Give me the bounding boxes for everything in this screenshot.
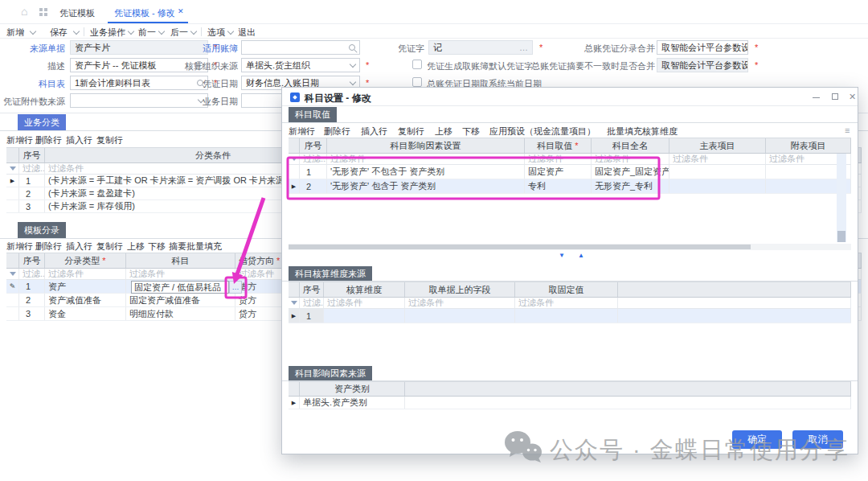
options-button[interactable]: 选项 <box>207 27 225 39</box>
dlg-move-up-button[interactable]: 上移 <box>435 125 452 138</box>
dim-filter-row[interactable]: 过滤... 过滤条件 过滤条件 过滤条件 <box>289 298 851 309</box>
minimize-icon[interactable] <box>813 92 821 100</box>
apply-book-label[interactable]: 适用账簿 <box>129 43 238 55</box>
vt-col-no[interactable]: 序号 <box>300 138 327 153</box>
dlg-batch-fill-dim-button[interactable]: 批量填充核算维度 <box>607 125 678 138</box>
filter-icon[interactable] <box>6 163 19 174</box>
tab-voucher-template[interactable]: 凭证模板 <box>59 7 95 19</box>
te-add-row-button[interactable]: 新增行 <box>6 240 33 253</box>
app-window: ⌂ 凭证模板 凭证模板 - 修改 ✕ 新增 保存 业务操作 前一 后一 选项 退… <box>0 0 868 481</box>
org-source-label: 核算组织来源 <box>129 60 238 72</box>
dlg-add-row-button[interactable]: 新增行 <box>289 125 315 138</box>
factor-row-1[interactable]: ▶ 单据头.资产类别 <box>289 397 851 409</box>
vt-col-fullname[interactable]: 科目全名 <box>592 138 669 153</box>
required-marker: * <box>366 60 369 70</box>
bc-add-row-button[interactable]: 新增行 <box>6 134 33 146</box>
chevron-down-icon <box>350 60 356 67</box>
collapse-up-icon[interactable]: ▲ <box>578 252 584 259</box>
bc-del-row-button[interactable]: 删除行 <box>35 134 62 146</box>
vt-hscrollbar[interactable] <box>289 244 851 250</box>
dim-col-field[interactable]: 取单据上的字段 <box>405 282 515 297</box>
divider <box>201 27 202 36</box>
dim-header-row: 序号 核算维度 取单据上的字段 取固定值 <box>289 282 851 298</box>
filter-icon[interactable] <box>6 269 19 279</box>
factor-header-row: 资产类别 <box>289 381 851 397</box>
dlg-move-down-button[interactable]: 下移 <box>462 125 480 138</box>
te-move-down-button[interactable]: 下移 <box>148 240 166 253</box>
bc-gutter <box>6 148 19 162</box>
business-op-button[interactable]: 业务操作 <box>90 27 125 39</box>
dim-col-no[interactable]: 序号 <box>300 282 324 297</box>
exit-button[interactable]: 退出 <box>238 27 256 39</box>
tab-close-icon[interactable]: ✕ <box>178 7 184 15</box>
row-marker-icon: ▶ <box>289 309 300 323</box>
vt-col-main[interactable]: 主表项目 <box>669 138 766 153</box>
bc-copy-row-button[interactable]: 复制行 <box>96 134 123 146</box>
merge-summary-select[interactable]: 取智能会计平台参数设置 <box>657 58 748 72</box>
vt-filter-row[interactable]: 过滤... 过滤条件 过滤条件 过滤条件 过滤条件 过滤条件 <box>289 154 851 165</box>
te-insert-row-button[interactable]: 插入行 <box>66 240 92 253</box>
required-marker: * <box>755 43 758 52</box>
vt-row-2[interactable]: ▶ 2 '无形资产' 包含于 资产类别 专利 无形资产_专利 <box>289 179 851 194</box>
dlg-insert-row-button[interactable]: 插入行 <box>361 125 387 138</box>
dialog-title: 科目设置 - 修改 <box>305 92 371 105</box>
vt-row-1[interactable]: 1 '无形资产' 不包含于 资产类别 固定资产 固定资产_固定资产 <box>289 165 851 179</box>
bc-col-no[interactable]: 序号 <box>19 148 45 162</box>
te-col-account[interactable]: 科目 <box>126 253 235 268</box>
collapse-down-icon[interactable]: ▼ <box>559 252 565 259</box>
sys-date-checkbox[interactable] <box>412 77 422 87</box>
menu-icon[interactable]: ≡ <box>845 125 850 135</box>
source-bill-label[interactable]: 来源单据 <box>0 43 65 55</box>
divider <box>84 27 84 36</box>
close-icon[interactable]: ✕ <box>849 92 856 102</box>
te-copy-row-button[interactable]: 复制行 <box>96 240 123 253</box>
org-source-select[interactable]: 单据头.货主组织 <box>241 58 360 72</box>
dim-col-dim[interactable]: 核算维度 <box>324 282 405 297</box>
tab-account-value[interactable]: 科目取值 <box>289 107 337 122</box>
vt-vscrollbar[interactable] <box>837 154 846 242</box>
bc-insert-row-button[interactable]: 插入行 <box>66 134 92 146</box>
factor-col-category[interactable]: 资产类别 <box>300 382 405 396</box>
description-label: 描述 <box>0 60 65 72</box>
grid-menu-icon[interactable] <box>39 8 43 11</box>
dlg-del-row-button[interactable]: 删除行 <box>324 125 350 138</box>
te-col-type[interactable]: 分录类型* <box>45 253 126 268</box>
row-marker-icon: ▶ <box>289 397 300 409</box>
dim-col-fixed[interactable]: 取固定值 <box>515 282 618 297</box>
home-icon[interactable]: ⌂ <box>21 5 27 18</box>
merge-entry-select[interactable]: 取智能会计平台参数设置 <box>657 40 748 55</box>
dialog-app-icon <box>290 92 300 102</box>
apply-book-field[interactable] <box>241 40 360 55</box>
required-marker: * <box>755 60 758 70</box>
te-del-row-button[interactable]: 删除行 <box>35 240 62 253</box>
tab-factor-source[interactable]: 科目影响因素来源 <box>289 366 372 380</box>
save-button[interactable]: 保存 <box>50 27 68 39</box>
default-word-checkbox[interactable] <box>412 60 422 69</box>
vt-col-factor[interactable]: 科目影响因素设置 <box>327 138 525 153</box>
new-button[interactable]: 新增 <box>6 27 24 39</box>
account-table-label[interactable]: 科目表 <box>0 78 65 90</box>
te-col-no[interactable]: 序号 <box>19 253 45 268</box>
filter-icon[interactable] <box>289 154 300 164</box>
maximize-icon[interactable] <box>832 93 838 100</box>
dim-row-1[interactable]: ▶ 1 <box>289 309 851 323</box>
prev-button[interactable]: 前一 <box>138 27 156 39</box>
tab-dim-source[interactable]: 科目核算维度来源 <box>289 266 372 281</box>
tab-business-class[interactable]: 业务分类 <box>18 114 66 130</box>
account-editor-input[interactable]: 固定资产 / 低值易耗品 <box>131 281 229 294</box>
vt-col-attach[interactable]: 附表项目 <box>766 138 851 153</box>
biz-date-label: 业务日期 <box>129 96 238 108</box>
active-tab-underline <box>108 22 188 23</box>
tab-template-entries[interactable]: 模板分录 <box>18 222 66 238</box>
account-lookup-button[interactable]: … <box>229 281 242 294</box>
dlg-copy-row-button[interactable]: 复制行 <box>398 125 424 138</box>
tab-voucher-template-edit[interactable]: 凭证模板 - 修改 <box>114 7 175 19</box>
next-button[interactable]: 后一 <box>170 27 188 39</box>
te-move-up-button[interactable]: 上移 <box>127 240 145 253</box>
filter-icon[interactable] <box>289 298 300 308</box>
attachment-source-label: 凭证附件数来源 <box>0 96 65 108</box>
vt-col-value[interactable]: 科目取值* <box>525 138 592 153</box>
dlg-apply-preset-button[interactable]: 应用预设（现金流量项目） <box>489 125 596 138</box>
te-batch-fill-button[interactable]: 摘要批量填充 <box>169 240 222 253</box>
row-marker-icon: ▶ <box>6 175 19 187</box>
